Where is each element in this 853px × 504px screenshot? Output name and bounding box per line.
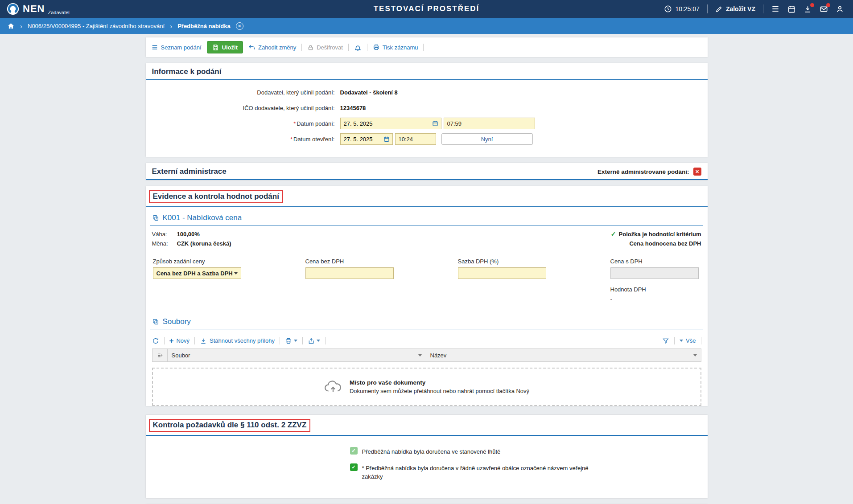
field-label: Cena bez DPH: [305, 258, 394, 265]
date-text[interactable]: [344, 136, 382, 143]
view-all-filter[interactable]: Vše: [680, 337, 696, 344]
price-method-select[interactable]: Cena bez DPH a Sazba DPH: [153, 267, 241, 279]
new-file-label: Nový: [176, 337, 190, 344]
home-icon[interactable]: [7, 22, 15, 30]
close-icon[interactable]: ✕: [236, 22, 243, 30]
check-row-sealed-envelope: ✓ * Předběžná nabídka byla doručena v řá…: [350, 463, 701, 481]
notification-badge: [826, 3, 830, 7]
datum-otevreni-date-input[interactable]: [340, 133, 393, 145]
mail-icon[interactable]: [820, 5, 828, 13]
download-icon: [200, 337, 207, 344]
clock-icon: [664, 5, 672, 13]
vat-flag-label: Cena hodnocena bez DPH: [629, 240, 701, 247]
refresh-icon[interactable]: [152, 337, 159, 344]
files-section-icon: [152, 318, 159, 325]
column-header-soubor[interactable]: Soubor: [168, 349, 426, 361]
column-header-nazev[interactable]: Název: [426, 349, 701, 361]
edit-icon: [715, 5, 723, 13]
cena-bez-dph-input[interactable]: [305, 267, 394, 279]
k001-title: K001 - Nabídková cena: [163, 213, 242, 222]
record-toolbar: Seznam podání Uložit Zahodit změny Dešif…: [146, 37, 708, 57]
brand-name: NEN: [23, 4, 45, 14]
field-label: Dodavatel, který učinil podání:: [146, 89, 340, 96]
menu-icon[interactable]: [771, 4, 780, 13]
view-all-label: Vše: [686, 337, 696, 344]
toolbar-divider: [325, 337, 326, 344]
checkbox-checked-icon: ✓: [350, 447, 358, 455]
subsection-divider: [150, 225, 703, 225]
red-x-icon[interactable]: ✕: [693, 168, 701, 176]
evidence-section: Evidence a kontrola hodnot podání K001 -…: [146, 186, 708, 406]
date-text[interactable]: [344, 120, 430, 127]
breadcrumb-item-procedure[interactable]: N006/25/V00004995 - Zajištění závodního …: [28, 23, 165, 29]
toolbar-divider: [701, 337, 701, 344]
toolbar-divider: [280, 337, 280, 344]
download-all-label: Stáhnout všechny přílohy: [210, 337, 275, 344]
new-file-button[interactable]: + Nový: [169, 337, 190, 344]
price-method-value: Cena bez DPH a Sazba DPH: [157, 270, 233, 277]
toolbar-divider: [367, 44, 367, 51]
calendar-icon[interactable]: [787, 5, 796, 13]
files-title: Soubory: [163, 317, 191, 326]
dropzone-subtitle: Dokumenty sem můžete přetáhnout nebo nah…: [350, 388, 529, 394]
datum-podani-time-input[interactable]: [444, 118, 535, 129]
filter-triangle-icon[interactable]: [418, 354, 422, 356]
sazba-dph-input[interactable]: [458, 267, 546, 279]
criterion-section-icon: [152, 214, 159, 221]
field-label: Hodnota DPH: [610, 286, 699, 293]
required-asterisk: *: [293, 120, 296, 127]
toolbar-divider: [164, 337, 165, 344]
calendar-icon[interactable]: [432, 120, 438, 127]
check-icon: ✓: [611, 230, 616, 238]
topbar-divider: [763, 4, 763, 13]
now-button[interactable]: Nyní: [441, 133, 533, 145]
upload-cloud-icon: [324, 380, 342, 394]
field-row-datum-otevreni: *Datum otevření: Nyní: [146, 133, 708, 145]
breadcrumb-separator-icon: ›: [20, 23, 22, 29]
breadcrumb-separator-icon: ›: [170, 23, 172, 29]
print-icon: [285, 337, 292, 344]
download-all-link[interactable]: Stáhnout všechny přílohy: [200, 337, 275, 344]
files-subsection: Soubory + Nový Stáhnout všechny přílohy: [146, 307, 708, 406]
download-icon[interactable]: [804, 5, 812, 13]
price-gross-cell: Cena s DPH Hodnota DPH -: [610, 258, 699, 302]
file-dropzone[interactable]: Místo pro vaše dokumenty Dokumenty sem m…: [152, 368, 701, 406]
decrypt-label: Dešifrovat: [317, 44, 343, 51]
filter-triangle-icon[interactable]: [693, 354, 697, 356]
user-icon[interactable]: [836, 5, 844, 13]
export-icon: [308, 337, 315, 344]
calendar-icon[interactable]: [383, 136, 390, 142]
supplier-value: Dodavatel - školení 8: [340, 89, 398, 96]
vaha-label: Váha:: [152, 231, 177, 238]
decrypt-link: Dešifrovat: [307, 44, 343, 51]
toolbar-divider: [674, 337, 675, 344]
datum-podani-date-input[interactable]: [340, 118, 441, 129]
ico-value: 12345678: [340, 105, 366, 111]
column-chooser-button[interactable]: [152, 349, 168, 361]
datum-otevreni-time-input[interactable]: [395, 133, 436, 145]
field-row-ico: IČO dodavatele, který učinil podání: 123…: [146, 102, 708, 114]
dropzone-title: Místo pro vaše dokumenty: [350, 379, 529, 386]
print-record-link[interactable]: Tisk záznamu: [373, 44, 418, 51]
save-label: Uložit: [222, 44, 238, 51]
vaha-value: 100,00%: [177, 231, 200, 238]
server-clock: 10:25:07: [664, 5, 700, 13]
nen-home-link[interactable]: NEN Zadavatel: [6, 2, 70, 16]
create-vz-button[interactable]: Založit VZ: [715, 5, 755, 13]
column-header-label: Název: [430, 352, 447, 359]
required-asterisk: *: [290, 136, 293, 143]
filter-icon[interactable]: [662, 337, 669, 344]
field-label: Způsob zadání ceny: [153, 258, 241, 265]
checkbox-checked-icon[interactable]: ✓: [350, 463, 358, 471]
print-menu-button[interactable]: [285, 337, 297, 344]
save-button[interactable]: Uložit: [207, 41, 243, 53]
field-row-datum-podani: *Datum podání:: [146, 118, 708, 129]
clock-time: 10:25:07: [675, 5, 700, 12]
export-menu-button[interactable]: [308, 337, 320, 344]
plus-icon: +: [169, 337, 174, 344]
seznam-podani-link[interactable]: Seznam podání: [151, 44, 202, 51]
discard-changes-link[interactable]: Zahodit změny: [248, 44, 296, 51]
criterion-flag-label: Položka je hodnotící kritérium: [619, 231, 701, 238]
bell-icon[interactable]: [354, 44, 362, 51]
mena-value: CZK (koruna česká): [177, 240, 231, 247]
